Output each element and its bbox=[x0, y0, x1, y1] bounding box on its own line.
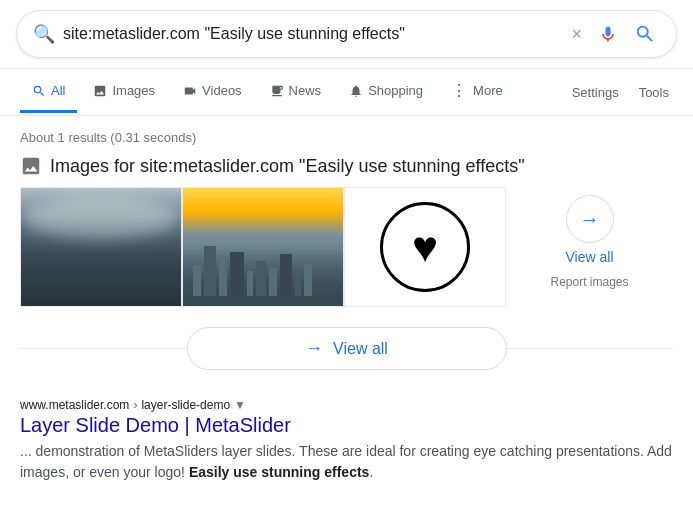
right-arrow-icon: → bbox=[580, 208, 600, 231]
search-input-wrapper: 🔍 site:metaslider.com "Easily use stunni… bbox=[16, 10, 677, 58]
search-result-0: www.metaslider.com › layer-slide-demo ▼ … bbox=[20, 398, 673, 483]
images-icon bbox=[93, 84, 107, 98]
tab-more[interactable]: ⋮ More bbox=[439, 69, 515, 115]
search-button[interactable] bbox=[630, 19, 660, 49]
result-domain: www.metaslider.com bbox=[20, 398, 129, 412]
result-title[interactable]: Layer Slide Demo | MetaSlider bbox=[20, 414, 673, 437]
tab-news[interactable]: News bbox=[258, 71, 334, 113]
image-thumb-1[interactable] bbox=[20, 187, 182, 307]
search-input[interactable]: site:metaslider.com "Easily use stunning… bbox=[63, 25, 559, 43]
separator-right bbox=[507, 348, 674, 349]
heart-circle: ♥ bbox=[380, 202, 470, 292]
microphone-icon bbox=[598, 24, 618, 44]
settings-link[interactable]: Settings bbox=[568, 77, 623, 108]
next-images-button[interactable]: → bbox=[566, 195, 614, 243]
result-count: About 1 results (0.31 seconds) bbox=[20, 126, 673, 155]
image-section-icon bbox=[20, 155, 42, 177]
search-bar-icons: × bbox=[567, 19, 660, 49]
snippet-end: . bbox=[369, 464, 373, 480]
more-dots-icon: ⋮ bbox=[451, 81, 468, 100]
tab-shopping[interactable]: Shopping bbox=[337, 71, 435, 113]
search-bar: 🔍 site:metaslider.com "Easily use stunni… bbox=[0, 0, 693, 69]
view-all-bar-arrow: → bbox=[305, 338, 323, 359]
images-header-text: Images for site:metaslider.com "Easily u… bbox=[50, 156, 525, 177]
videos-icon bbox=[183, 84, 197, 98]
image-thumb-3[interactable]: ♥ bbox=[344, 187, 506, 307]
breadcrumb-separator: › bbox=[133, 398, 137, 412]
images-viewall-right: → View all Report images bbox=[506, 187, 673, 297]
image-thumb-2[interactable] bbox=[182, 187, 344, 307]
results-area: About 1 results (0.31 seconds) Images fo… bbox=[0, 116, 693, 503]
shopping-icon bbox=[349, 84, 363, 98]
microphone-button[interactable] bbox=[594, 20, 622, 48]
images-header: Images for site:metaslider.com "Easily u… bbox=[20, 155, 673, 177]
tab-all[interactable]: All bbox=[20, 71, 77, 113]
news-icon bbox=[270, 84, 284, 98]
tab-images[interactable]: Images bbox=[81, 71, 167, 113]
view-all-bar-row: → View all bbox=[20, 315, 673, 382]
images-section: Images for site:metaslider.com "Easily u… bbox=[20, 155, 673, 382]
all-icon bbox=[32, 84, 46, 98]
result-breadcrumb: layer-slide-demo bbox=[141, 398, 230, 412]
report-images-link[interactable]: Report images bbox=[550, 275, 628, 289]
search-submit-icon bbox=[634, 23, 656, 45]
image-thumbnails: ♥ bbox=[20, 187, 506, 307]
result-snippet: ... demonstration of MetaSliders layer s… bbox=[20, 441, 673, 483]
tab-videos[interactable]: Videos bbox=[171, 71, 254, 113]
tools-link[interactable]: Tools bbox=[635, 77, 673, 108]
view-all-bar-text: View all bbox=[333, 340, 388, 358]
heart-symbol: ♥ bbox=[412, 225, 438, 269]
clear-icon: × bbox=[571, 24, 582, 45]
view-all-right-text[interactable]: View all bbox=[566, 249, 614, 265]
result-dropdown-icon[interactable]: ▼ bbox=[234, 398, 246, 412]
clear-button[interactable]: × bbox=[567, 20, 586, 49]
nav-tabs: All Images Videos News Shopping ⋮ More S… bbox=[0, 69, 693, 116]
snippet-bold: Easily use stunning effects bbox=[189, 464, 370, 480]
view-all-bar[interactable]: → View all bbox=[187, 327, 507, 370]
images-content: ♥ → View all Report images bbox=[20, 187, 673, 307]
result-url-line: www.metaslider.com › layer-slide-demo ▼ bbox=[20, 398, 673, 412]
search-icon-left: 🔍 bbox=[33, 23, 55, 45]
nav-settings: Settings Tools bbox=[568, 77, 673, 108]
separator-left bbox=[20, 348, 187, 349]
